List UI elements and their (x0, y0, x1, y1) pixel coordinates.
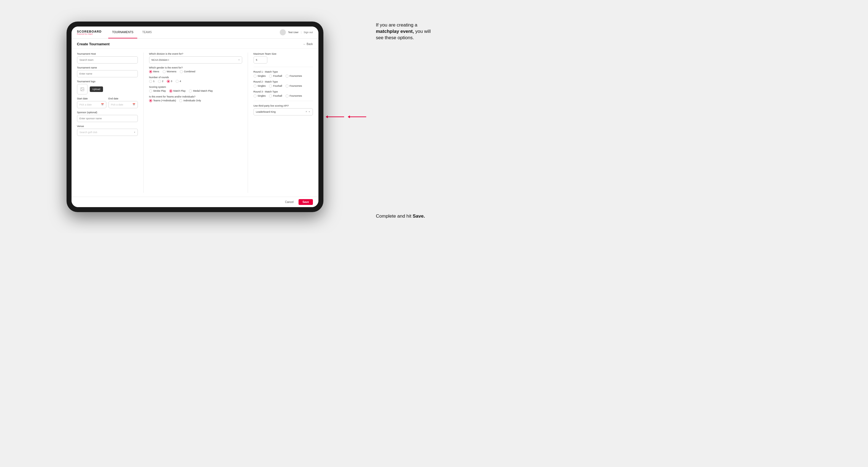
round3-fourball-radio[interactable] (269, 94, 272, 97)
sign-out-link[interactable]: Sign out (304, 31, 313, 34)
round2-singles[interactable]: Singles (253, 85, 266, 88)
individuals-only[interactable]: Individuals Only (179, 99, 201, 102)
app-title: SCOREBOARD (77, 30, 102, 33)
division-select[interactable]: NCAA Division I (149, 56, 242, 64)
medal-match-play-radio[interactable] (189, 90, 192, 93)
scoring-stroke-play[interactable]: Stroke Play (149, 90, 166, 93)
division-group: Which division is the event for? NCAA Di… (149, 53, 242, 64)
teams-radio[interactable] (149, 99, 152, 102)
form-body: Tournament Host Tournament name Tourname… (71, 49, 318, 197)
gender-womens[interactable]: Womens (163, 70, 177, 73)
round3-match-type: Round 3 - Match Type Singles Fourball (253, 90, 313, 97)
round2-fourball-radio[interactable] (269, 85, 272, 88)
round-3-radio[interactable] (167, 80, 170, 83)
tab-teams[interactable]: TEAMS (138, 27, 155, 38)
form-footer: Cancel Save (71, 197, 318, 207)
start-date-label: Start date (77, 97, 106, 100)
round1-singles-radio[interactable] (253, 74, 256, 77)
gender-group: Which gender is the event for? Mens Wome… (149, 66, 242, 73)
gender-combined[interactable]: Combined (180, 70, 195, 73)
tournament-host-input[interactable] (77, 56, 138, 64)
sponsor-input[interactable] (77, 115, 138, 122)
rounds-group: Number of rounds 1 2 (149, 76, 242, 83)
gender-combined-radio[interactable] (180, 70, 183, 73)
max-team-size-group: Maximum Team Size (253, 53, 313, 64)
nav-bar: SCOREBOARD Powered by clippit TOURNAMENT… (71, 27, 318, 39)
app-logo: SCOREBOARD Powered by clippit (77, 30, 102, 35)
gender-mens[interactable]: Mens (149, 70, 159, 73)
round1-foursomes[interactable]: Foursomes (285, 74, 302, 77)
venue-label: Venue (77, 125, 138, 128)
individuals-only-radio[interactable] (179, 99, 182, 102)
tournament-name-group: Tournament name (77, 66, 138, 77)
teams-and-individuals[interactable]: Teams (+Individuals) (149, 99, 176, 102)
round-3[interactable]: 3 (167, 80, 172, 83)
round3-label: Round 3 - Match Type (253, 90, 313, 93)
sponsor-group: Sponsor (optional) (77, 111, 138, 122)
gender-womens-radio[interactable] (163, 70, 166, 73)
venue-select[interactable]: Search golf club (77, 129, 138, 136)
round1-fourball-radio[interactable] (269, 74, 272, 77)
col-divider-1 (143, 53, 144, 193)
round-4[interactable]: 4 (176, 80, 181, 83)
tournament-name-input[interactable] (77, 70, 138, 77)
api-select[interactable]: Leaderboard King ✕ ▼ (253, 108, 313, 116)
tablet-frame: SCOREBOARD Powered by clippit TOURNAMENT… (67, 22, 323, 212)
round2-foursomes[interactable]: Foursomes (285, 85, 302, 88)
scoring-group: Scoring system Stroke Play Match Play (149, 86, 242, 93)
round3-fourball[interactable]: Fourball (269, 94, 282, 97)
round-2-radio[interactable] (158, 80, 161, 83)
end-date-group: End date Pick a date 📅 (108, 97, 138, 108)
middle-column: Which division is the event for? NCAA Di… (149, 53, 242, 193)
end-date-input[interactable]: Pick a date 📅 (108, 101, 138, 108)
round3-radio-group: Singles Fourball Foursomes (253, 94, 313, 97)
max-team-size-input[interactable] (253, 56, 267, 64)
round3-singles[interactable]: Singles (253, 94, 266, 97)
logo-placeholder (77, 84, 88, 94)
form-title: Create Tournament (77, 42, 110, 46)
teams-label: Is this event for Teams and/or Individua… (149, 95, 242, 98)
app-subtitle: Powered by clippit (77, 33, 102, 35)
round1-fourball[interactable]: Fourball (269, 74, 282, 77)
round2-fourball[interactable]: Fourball (269, 85, 282, 88)
rounds-label: Number of rounds (149, 76, 242, 79)
gender-combined-label: Combined (184, 70, 195, 73)
save-button[interactable]: Save (299, 199, 313, 205)
gender-label: Which gender is the event for? (149, 66, 242, 69)
left-column: Tournament Host Tournament name Tourname… (77, 53, 138, 193)
back-button[interactable]: ← Back (303, 42, 313, 45)
round2-radio-group: Singles Fourball Foursomes (253, 85, 313, 88)
api-clear-icon[interactable]: ✕ (305, 111, 307, 113)
teams-group: Is this event for Teams and/or Individua… (149, 95, 242, 102)
avatar (280, 29, 286, 35)
round1-foursomes-radio[interactable] (285, 74, 288, 77)
round2-singles-radio[interactable] (253, 85, 256, 88)
scoring-match-play[interactable]: Match Play (169, 90, 186, 93)
user-name: Test User (288, 31, 299, 34)
scoring-radio-group: Stroke Play Match Play Medal Match Play (149, 90, 242, 93)
stroke-play-radio[interactable] (149, 90, 152, 93)
annotation-matchplay: If you are creating a matchplay event, y… (376, 22, 431, 41)
round-4-radio[interactable] (176, 80, 179, 83)
rounds-radio-group: 1 2 3 4 (149, 80, 242, 83)
start-date-input[interactable]: Pick a date 📅 (77, 101, 106, 108)
arrow-2-icon (345, 111, 368, 122)
match-play-radio[interactable] (169, 90, 172, 93)
round-1-radio[interactable] (149, 80, 152, 83)
round1-singles[interactable]: Singles (253, 74, 266, 77)
venue-group: Venue Search golf club (77, 125, 138, 136)
round3-foursomes-radio[interactable] (285, 94, 288, 97)
scoring-medal-match-play[interactable]: Medal Match Play (189, 90, 213, 93)
round-1[interactable]: 1 (149, 80, 155, 83)
nav-tabs: TOURNAMENTS TEAMS (108, 27, 156, 38)
gender-mens-radio[interactable] (149, 70, 152, 73)
round3-singles-radio[interactable] (253, 94, 256, 97)
cancel-button[interactable]: Cancel (282, 199, 296, 205)
round3-foursomes[interactable]: Foursomes (285, 94, 302, 97)
upload-button[interactable]: Upload (90, 87, 103, 92)
round2-foursomes-radio[interactable] (285, 85, 288, 88)
annotation-save: Complete and hit Save. (376, 213, 431, 220)
date-fields-group: Start date Pick a date 📅 End date Pick a… (77, 97, 138, 108)
round-2[interactable]: 2 (158, 80, 163, 83)
tab-tournaments[interactable]: TOURNAMENTS (108, 27, 137, 38)
